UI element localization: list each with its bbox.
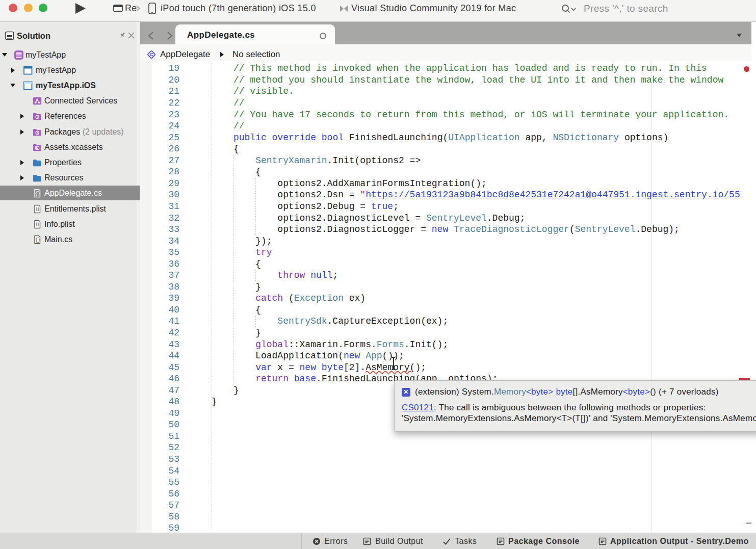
- svg-text:}: }: [38, 237, 41, 243]
- svg-text:}: }: [38, 191, 41, 197]
- svg-text:C: C: [150, 51, 153, 57]
